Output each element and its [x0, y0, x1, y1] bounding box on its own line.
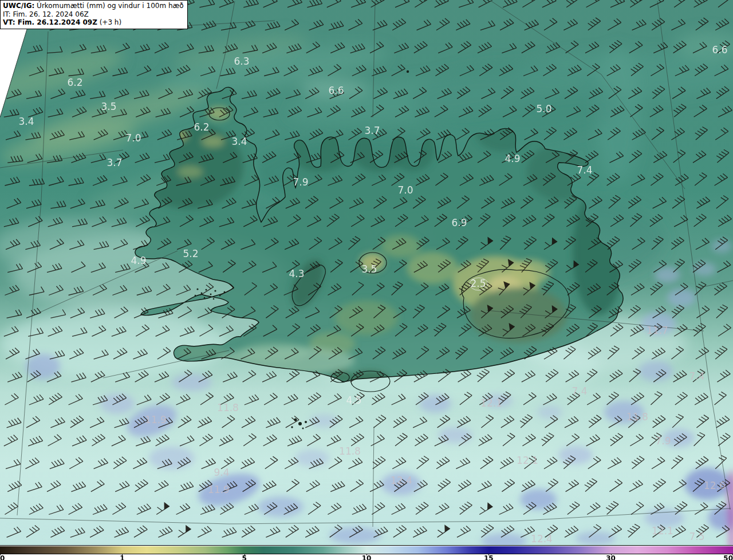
contour-label: 12.6 [704, 480, 726, 491]
contour-label: 7.5 [689, 531, 704, 542]
weather-map-screenshot: { "header": { "product": "UWC/IG:", "tit… [0, 0, 733, 560]
contour-label: 6.9 [451, 217, 467, 228]
contour-label: 11.9 [145, 414, 167, 425]
colorbar-tick-label: 0 [0, 554, 5, 560]
colorbar-tick-label: 5 [242, 554, 246, 560]
contour-label: 11.8 [217, 402, 239, 413]
contour-label: 3.7 [364, 125, 380, 136]
contour-label: 2.5 [470, 278, 486, 289]
contour-label: 4.9 [505, 153, 520, 164]
contour-label: 6.2 [194, 121, 209, 133]
init-time: IT: Fim. 26. 12. 2024 06Z [3, 10, 184, 19]
contour-label: 3.5 [101, 101, 116, 112]
colorbar: 01510153050 [0, 545, 733, 560]
contour-label: 6.2 [67, 77, 82, 88]
contour-label: 6.6 [712, 44, 727, 56]
contour-label: 12.1 [480, 397, 502, 409]
precipitation-wind-map: 6.36.66.66.23.53.46.27.03.43.73.75.04.97… [0, 0, 733, 545]
contour-label: 11.7 [647, 325, 668, 336]
colorbar-tick-labels: 01510153050 [0, 554, 733, 560]
contour-label: 12.1 [652, 525, 673, 537]
contour-label: 12.4 [531, 533, 553, 545]
contour-label: 7.4 [577, 164, 592, 176]
contour-label: 11.9 [208, 484, 230, 495]
valid-time: VT: Fim. 26.12.2024 09Z (+3 h) [3, 18, 184, 27]
contour-label: 3.7 [107, 157, 122, 168]
colorbar-tick-label: 15 [484, 554, 494, 560]
contour-label: 7.9 [293, 176, 308, 188]
colorbar-tick-label: 30 [606, 554, 616, 560]
contour-label: 12.4 [391, 475, 412, 486]
contour-label: 4.5 [346, 395, 361, 406]
contour-label: 12.1 [517, 455, 538, 466]
colorbar-tick-label: 50 [723, 554, 733, 560]
contour-label: 9.4 [214, 467, 229, 478]
contour-label: 5.0 [536, 103, 551, 115]
contour-label: 7.4 [689, 370, 704, 382]
contour-label: 6.6 [328, 85, 344, 96]
contour-label: 4.9 [131, 255, 146, 266]
colorbar-tick-label: 10 [362, 554, 372, 560]
contour-label: 3.5 [361, 263, 377, 275]
title-box: UWC/IG: Úrkomumætti (mm) og vindur i 100… [0, 0, 188, 29]
colorbar-gradient [0, 546, 733, 554]
contour-label: 7.0 [125, 132, 141, 144]
colorbar-tick-label: 1 [120, 554, 124, 560]
contour-label: 7.9 [655, 435, 671, 447]
product-title: Úrkomumætti (mm) og vindur i 100m hæð [34, 2, 183, 10]
contour-label: 11.8 [626, 411, 648, 423]
contour-label: 3.4 [231, 136, 247, 147]
contour-label: 3.4 [18, 116, 34, 127]
title-line: UWC/IG: Úrkomumætti (mm) og vindur i 100… [3, 2, 184, 10]
contour-label: 7.0 [397, 184, 413, 196]
contour-label: 6.3 [234, 56, 249, 67]
contour-label: 4.3 [289, 268, 304, 279]
contour-label: 11.8 [339, 445, 361, 457]
contour-label: 5.2 [183, 248, 198, 259]
product-label: UWC/IG: [3, 2, 34, 10]
contour-label: 7.4 [572, 385, 587, 397]
